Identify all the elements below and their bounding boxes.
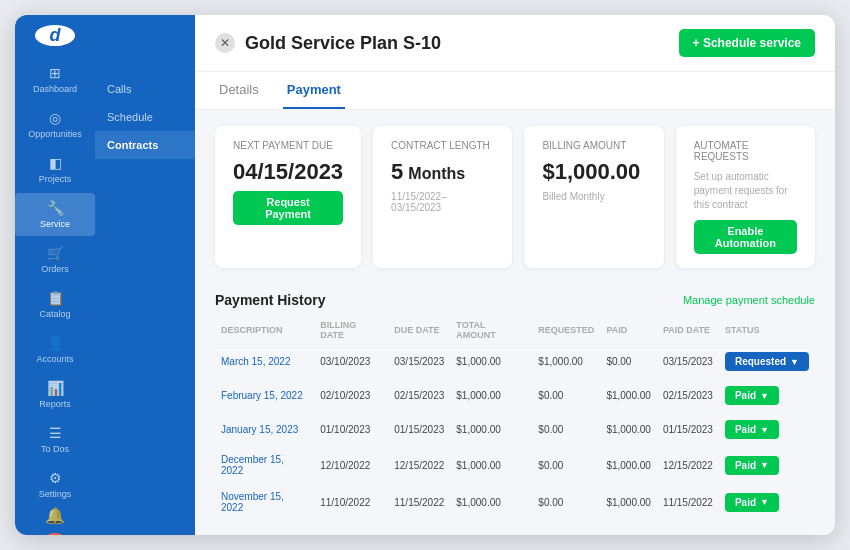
table-body: March 15, 2022 03/10/2023 03/15/2023 $1,…	[215, 345, 815, 521]
table-row: January 15, 2023 01/10/2023 01/15/2023 $…	[215, 413, 815, 447]
enable-automation-button[interactable]: Enable Automation	[694, 220, 797, 254]
contract-length-number: 5	[391, 159, 403, 185]
catalog-icon: 📋	[47, 290, 64, 306]
row-paid-date: 03/15/2023	[657, 345, 719, 379]
row-requested: $0.00	[532, 413, 600, 447]
row-due-date: 12/15/2022	[388, 447, 450, 484]
col-paid: Paid	[600, 316, 657, 345]
automate-desc: Set up automatic payment requests for th…	[694, 170, 797, 212]
row-requested: $1,000.00	[532, 345, 600, 379]
sidebar-item-dashboard[interactable]: ⊞ Dashboard	[15, 58, 95, 101]
tab-details[interactable]: Details	[215, 72, 263, 109]
accounts-icon: 👤	[47, 335, 64, 351]
row-paid-date: 12/15/2022	[657, 447, 719, 484]
reports-icon: 📊	[47, 380, 64, 396]
row-due-date: 01/15/2023	[388, 413, 450, 447]
next-payment-label: Next Payment Due	[233, 140, 343, 151]
chevron-down-icon: ▼	[790, 357, 799, 367]
row-due-date: 11/15/2022	[388, 484, 450, 521]
status-badge[interactable]: Paid ▼	[725, 386, 779, 405]
row-total-amount: $1,000.00	[450, 345, 532, 379]
tab-payment[interactable]: Payment	[283, 72, 345, 109]
sidebar-bottom: 🔔 👤	[39, 506, 71, 535]
chevron-down-icon: ▼	[760, 391, 769, 401]
logo-letter: d	[50, 25, 61, 46]
dashboard-icon: ⊞	[49, 65, 61, 81]
table-row: December 15, 2022 12/10/2022 12/15/2022 …	[215, 447, 815, 484]
header-left: ✕ Gold Service Plan S-10	[215, 33, 441, 54]
notification-icon[interactable]: 🔔	[45, 506, 65, 525]
service-sub-sidebar: Calls Schedule Contracts	[95, 15, 195, 535]
user-avatar[interactable]: 👤	[39, 533, 71, 535]
sidebar-item-accounts[interactable]: 👤 Accounts	[15, 328, 95, 371]
sidebar-item-orders[interactable]: 🛒 Orders	[15, 238, 95, 281]
todos-icon: ☰	[49, 425, 62, 441]
manage-payment-schedule-link[interactable]: Manage payment schedule	[683, 286, 815, 306]
status-badge[interactable]: Paid ▼	[725, 456, 779, 475]
row-description-link[interactable]: March 15, 2022	[221, 356, 291, 367]
status-badge[interactable]: Requested ▼	[725, 352, 809, 371]
sidebar-item-opportunities[interactable]: ◎ Opportunities	[15, 103, 95, 146]
row-paid: $0.00	[600, 345, 657, 379]
status-badge[interactable]: Paid ▼	[725, 420, 779, 439]
schedule-service-button[interactable]: + Schedule service	[679, 29, 815, 57]
sidebar-item-reports[interactable]: 📊 Reports	[15, 373, 95, 416]
history-title: Payment History	[215, 284, 325, 308]
page-header: ✕ Gold Service Plan S-10 + Schedule serv…	[195, 15, 835, 72]
row-billing-date: 02/10/2023	[314, 379, 388, 413]
row-paid: $1,000.00	[600, 379, 657, 413]
row-description-link[interactable]: November 15, 2022	[221, 491, 284, 513]
row-description-link[interactable]: February 15, 2022	[221, 390, 303, 401]
col-status: Status	[719, 316, 815, 345]
sub-nav-contracts[interactable]: Contracts	[95, 131, 195, 159]
row-paid: $1,000.00	[600, 484, 657, 521]
row-paid-date: 02/15/2023	[657, 379, 719, 413]
row-requested: $0.00	[532, 379, 600, 413]
request-payment-button[interactable]: Request Payment	[233, 191, 343, 225]
row-requested: $0.00	[532, 447, 600, 484]
projects-label: Projects	[39, 174, 72, 184]
payment-history-table: Description Billing Date Due Date Total …	[215, 316, 815, 520]
billing-amount-label: Billing Amount	[542, 140, 645, 151]
sidebar-nav: ⊞ Dashboard ◎ Opportunities ◧ Projects 🔧…	[15, 58, 95, 506]
contract-length-label: Contract Length	[391, 140, 494, 151]
col-paid-date: Paid Date	[657, 316, 719, 345]
row-description-link[interactable]: January 15, 2023	[221, 424, 298, 435]
page-title: Gold Service Plan S-10	[245, 33, 441, 54]
card-next-payment: Next Payment Due 04/15/2023 Request Paym…	[215, 126, 361, 268]
sidebar-item-settings[interactable]: ⚙ Settings	[15, 463, 95, 506]
row-billing-date: 11/10/2022	[314, 484, 388, 521]
service-label: Service	[40, 219, 70, 229]
billing-amount-value: $1,000.00	[542, 159, 645, 185]
sidebar-item-todos[interactable]: ☰ To Dos	[15, 418, 95, 461]
opportunities-icon: ◎	[49, 110, 61, 126]
row-due-date: 02/15/2023	[388, 379, 450, 413]
table-row: November 15, 2022 11/10/2022 11/15/2022 …	[215, 484, 815, 521]
sub-nav-calls[interactable]: Calls	[95, 75, 195, 103]
close-button[interactable]: ✕	[215, 33, 235, 53]
card-billing-amount: Billing Amount $1,000.00 Billed Monthly	[524, 126, 663, 268]
col-requested: Requested	[532, 316, 600, 345]
row-billing-date: 03/10/2023	[314, 345, 388, 379]
row-total-amount: $1,000.00	[450, 413, 532, 447]
next-payment-value: 04/15/2023	[233, 159, 343, 185]
payment-history-section: Payment History Manage payment schedule …	[195, 284, 835, 535]
opportunities-label: Opportunities	[28, 129, 82, 139]
app-logo[interactable]: d	[35, 25, 75, 46]
main-content: ✕ Gold Service Plan S-10 + Schedule serv…	[195, 15, 835, 535]
row-description-link[interactable]: December 15, 2022	[221, 454, 284, 476]
chevron-down-icon: ▼	[760, 460, 769, 470]
dashboard-label: Dashboard	[33, 84, 77, 94]
status-badge[interactable]: Paid ▼	[725, 493, 779, 512]
chevron-down-icon: ▼	[760, 425, 769, 435]
sub-nav-schedule[interactable]: Schedule	[95, 103, 195, 131]
sidebar-item-catalog[interactable]: 📋 Catalog	[15, 283, 95, 326]
sidebar-item-projects[interactable]: ◧ Projects	[15, 148, 95, 191]
automate-label: Automate Requests	[694, 140, 797, 162]
contract-length-dates: 11/15/2022–03/15/2023	[391, 191, 494, 213]
row-paid: $1,000.00	[600, 413, 657, 447]
row-due-date: 03/15/2023	[388, 345, 450, 379]
sidebar-item-service[interactable]: 🔧 Service	[15, 193, 95, 236]
row-paid-date: 11/15/2022	[657, 484, 719, 521]
contract-length-unit: Months	[408, 165, 465, 183]
